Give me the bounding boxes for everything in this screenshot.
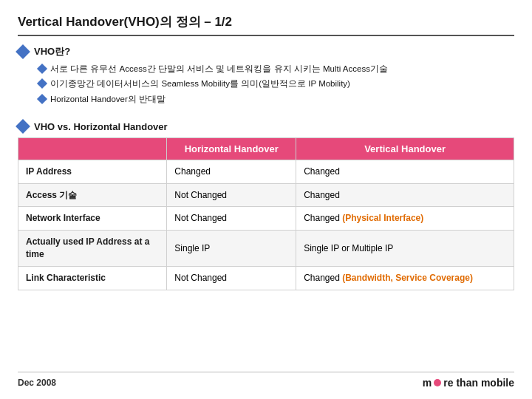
row-vertical-link-plain: Changed	[304, 273, 342, 283]
diamond-icon-vho	[16, 44, 30, 59]
bullet-item-2: 이기종망간 데이터서비스의 Seamless Mobility를 의미(일반적으…	[38, 78, 514, 90]
row-vertical-link: Changed (Bandwidth, Service Coverage)	[296, 266, 514, 290]
logo-suffix: re than mobile	[443, 377, 514, 389]
row-label-network: Network Interface	[18, 207, 167, 231]
vho-bullet-list: 서로 다른 유무선 Access간 단말의 서비스 및 네트워킹을 유지 시키는…	[38, 63, 514, 108]
row-vertical-ip: Changed	[296, 160, 514, 183]
row-horizontal-access: Not Changed	[167, 183, 296, 207]
row-horizontal-link: Not Changed	[167, 266, 296, 290]
row-horizontal-actually: Single IP	[167, 231, 296, 267]
row-label-ip: IP Address	[18, 160, 167, 183]
bullet-text-3: Horizontal Handover의 반대말	[50, 93, 166, 106]
bullet-diamond-1	[37, 64, 47, 74]
comparison-table: Horizontal Handover Vertical Handover IP…	[18, 137, 514, 290]
page: Vertical Handover(VHO)의 정의 – 1/2 VHO란? 서…	[0, 0, 532, 399]
row-vertical-network: Changed (Physical Interface)	[296, 207, 514, 231]
bullet-diamond-3	[37, 93, 47, 103]
row-horizontal-network: Not Changed	[167, 207, 296, 231]
footer: Dec 2008 mre than mobile	[18, 372, 514, 389]
col-header-empty	[18, 137, 167, 160]
bullet-item-1: 서로 다른 유무선 Access간 단말의 서비스 및 네트워킹을 유지 시키는…	[38, 63, 514, 75]
row-vertical-link-colored: (Bandwidth, Service Coverage)	[342, 273, 473, 283]
vs-section: VHO vs. Horizontal Handover Horizontal H…	[18, 121, 514, 372]
vs-section-header: VHO vs. Horizontal Handover	[18, 121, 514, 132]
row-vertical-access: Changed	[296, 183, 514, 207]
bullet-text-2: 이기종망간 데이터서비스의 Seamless Mobility를 의미(일반적으…	[50, 78, 350, 90]
row-vertical-network-colored: (Physical Interface)	[342, 213, 423, 223]
row-label-actually: Actually used IP Address at a time	[18, 231, 167, 267]
table-row: Network Interface Not Changed Changed (P…	[18, 207, 514, 231]
bullet-diamond-2	[37, 78, 47, 89]
table-row: IP Address Changed Changed	[18, 160, 514, 183]
col-header-vertical: Vertical Handover	[296, 137, 514, 160]
vho-section-title: VHO란?	[34, 45, 70, 58]
footer-date: Dec 2008	[18, 378, 56, 388]
row-label-link: Link Characteristic	[18, 266, 167, 290]
row-vertical-actually: Single IP or Multiple IP	[296, 231, 514, 267]
row-label-access: Access 기술	[18, 183, 167, 207]
table-row: Link Characteristic Not Changed Changed …	[18, 266, 514, 290]
vho-section-header: VHO란?	[18, 45, 514, 58]
footer-logo: mre than mobile	[423, 377, 514, 389]
bullet-item-3: Horizontal Handover의 반대말	[38, 93, 514, 106]
vs-section-title: VHO vs. Horizontal Handover	[34, 121, 168, 132]
logo-prefix: m	[423, 377, 432, 389]
row-horizontal-ip: Changed	[167, 160, 296, 183]
page-title: Vertical Handover(VHO)의 정의 – 1/2	[18, 13, 514, 36]
table-row: Access 기술 Not Changed Changed	[18, 183, 514, 207]
row-vertical-network-plain: Changed	[304, 213, 342, 223]
table-row: Actually used IP Address at a time Singl…	[18, 231, 514, 267]
logo-dot	[434, 379, 441, 386]
bullet-text-1: 서로 다른 유무선 Access간 단말의 서비스 및 네트워킹을 유지 시키는…	[50, 63, 388, 75]
table-header-row: Horizontal Handover Vertical Handover	[18, 137, 514, 160]
col-header-horizontal: Horizontal Handover	[167, 137, 296, 160]
diamond-icon-vs	[16, 119, 30, 134]
